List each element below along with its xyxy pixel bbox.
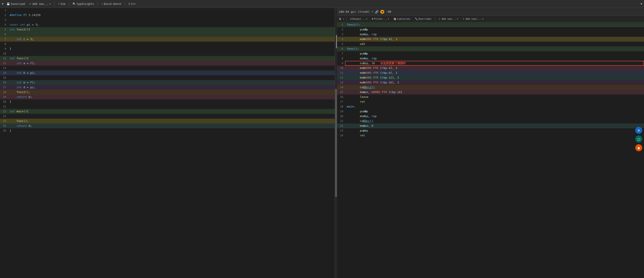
- line-content[interactable]: return d;: [8, 95, 335, 99]
- font-dropdown[interactable]: ▾: [343, 17, 344, 20]
- asm-line: 24ret: [337, 133, 644, 138]
- line-content[interactable]: int b = pi;: [8, 70, 335, 75]
- output-button[interactable]: ⚙ Output... ▾: [349, 17, 369, 21]
- cpp-insights-button[interactable]: 🔍 CppInsights: [71, 2, 95, 6]
- line-content[interactable]: [8, 75, 335, 80]
- asm-line: 5ud2: [337, 42, 644, 46]
- asm-line-number: 3: [337, 32, 345, 37]
- line-content[interactable]: [8, 51, 335, 56]
- asm-line: 16leave: [337, 95, 644, 99]
- line-content[interactable]: int c = 3;: [8, 37, 335, 42]
- code-line: 7 int c = 3;: [0, 37, 335, 42]
- line-content[interactable]: int a = PI;: [8, 61, 335, 66]
- line-content[interactable]: [8, 32, 335, 37]
- add-tool-button[interactable]: ✎ Add tool... ▾: [462, 17, 485, 21]
- asm-line: 10movDWORD PTR [rbp-4], 3: [337, 66, 644, 70]
- line-number: 8: [0, 42, 8, 46]
- asm-instruction: mov: [347, 114, 362, 119]
- asm-toolbar: x86-64 gcc (trunk) ▾ 🔗 ● -O0: [337, 8, 644, 16]
- asm-args: rbp: [363, 128, 368, 133]
- asm-line-number: 14: [337, 85, 345, 90]
- line-content[interactable]: int func(){: [8, 56, 335, 61]
- quick-bench-button[interactable]: ⚡ Quick-bench: [100, 2, 122, 6]
- libraries-icon: 📚: [394, 17, 396, 20]
- output-chevron: ▾: [366, 17, 368, 20]
- asm-line: 21callfunc(): [337, 119, 644, 124]
- asm-container: 1func2():2pushrbp3movrbp, rsp4movDWORD P…: [337, 22, 644, 138]
- cpp-button[interactable]: G C++: [127, 2, 137, 6]
- line-content[interactable]: int func2(){: [8, 27, 335, 32]
- insights-icon: 🔍: [72, 2, 76, 5]
- line-content[interactable]: }: [8, 99, 335, 104]
- line-content[interactable]: }: [8, 46, 335, 51]
- compiler-dropdown[interactable]: ▾: [372, 10, 373, 13]
- line-content[interactable]: #define PI 3.14159: [8, 13, 335, 17]
- side-button-2[interactable]: □: [635, 136, 642, 142]
- asm-instruction: mov: [347, 75, 362, 80]
- line-content[interactable]: [8, 104, 335, 109]
- asm-line: 9subrsp, 16在这里更新了栈指针: [337, 61, 644, 66]
- add-new-button[interactable]: + Add new... ▾: [28, 2, 52, 6]
- code-line: 9 }: [0, 46, 335, 51]
- more-options-arrow[interactable]: ▼: [640, 2, 642, 5]
- line-content[interactable]: int m = PI;: [8, 80, 335, 85]
- filter-chevron: ▾: [388, 17, 389, 20]
- line-content[interactable]: }: [8, 128, 335, 133]
- asm-line-content: func():: [345, 46, 644, 51]
- asm-line: 4movDWORD PTR [rbp-4], 3: [337, 37, 644, 42]
- line-content[interactable]: int d = pi;: [8, 85, 335, 90]
- asm-args: rbp: [363, 27, 368, 32]
- asm-args: DWORD PTR [rbp-8], 3: [363, 70, 398, 75]
- line-number: 3: [0, 17, 8, 22]
- line-content[interactable]: [8, 17, 335, 22]
- asm-args: DWORD PTR [rbp-4], 3: [363, 37, 398, 42]
- line-content[interactable]: [8, 66, 335, 70]
- asm-line-content: movDWORD PTR [rbp-16], 3: [345, 80, 644, 85]
- divider-1: [54, 2, 54, 6]
- asm-line-number: 9: [337, 61, 345, 66]
- side-button-3[interactable]: ●: [635, 144, 642, 151]
- asm-link[interactable]: func(): [363, 119, 373, 124]
- code-line: 19 return d;: [0, 95, 335, 99]
- side-button-1[interactable]: ≡: [635, 127, 642, 134]
- code-line: 25 return 0;: [0, 124, 335, 128]
- asm-instruction: ret: [347, 133, 362, 138]
- line-content[interactable]: const int pi = 3;: [8, 22, 335, 27]
- vim-button[interactable]: V Vim: [57, 2, 67, 6]
- asm-line-number: 12: [337, 75, 345, 80]
- code-line: 14 int b = pi;: [0, 70, 335, 75]
- asm-line-number: 18: [337, 104, 345, 109]
- dropdown-arrow-left[interactable]: ▼: [2, 2, 4, 5]
- asm-line: 17ret: [337, 99, 644, 104]
- line-number: 16: [0, 80, 8, 85]
- asm-args: DWORD PTR [rbp-12], 3: [363, 75, 399, 80]
- libraries-button[interactable]: 📚 Libraries: [392, 17, 412, 21]
- font-a-icon: A: [339, 17, 341, 21]
- code-line: 24 func();: [0, 119, 335, 124]
- line-content[interactable]: [8, 42, 335, 46]
- asm-content[interactable]: 1func2():2pushrbp3movrbp, rsp4movDWORD P…: [337, 22, 644, 278]
- line-content[interactable]: [8, 8, 335, 13]
- code-line: 18 func2();: [0, 90, 335, 95]
- asm-add-new-button[interactable]: + Add new... ▾: [437, 17, 460, 21]
- line-content[interactable]: func2();: [8, 90, 335, 95]
- asm-line-content: movrbp, rsp: [345, 56, 644, 61]
- asm-instruction: mov: [347, 70, 362, 75]
- asm-link[interactable]: func2(): [363, 85, 375, 90]
- line-content[interactable]: func();: [8, 119, 335, 124]
- line-number: 21: [0, 104, 8, 109]
- asm-line-number: 7: [337, 51, 345, 56]
- overrides-button[interactable]: 🔧 Overrides: [414, 17, 433, 21]
- filter-button[interactable]: ▼ Filter... ▾: [370, 17, 390, 21]
- asm-line-content: movDWORD PTR [rbp-4], 3: [345, 66, 644, 70]
- asm-line-content: movDWORD PTR [rbp-12], 3: [345, 75, 644, 80]
- external-link-icon[interactable]: 🔗: [375, 10, 378, 13]
- line-content[interactable]: return 0;: [8, 124, 335, 128]
- code-editor-panel[interactable]: 1 2 #define PI 3.14159 3 4 const int pi …: [0, 8, 335, 278]
- asm-instruction: push: [347, 109, 362, 114]
- middle-scrollbar[interactable]: [335, 8, 337, 278]
- save-load-button[interactable]: 💾 Save/Load: [5, 2, 26, 6]
- line-content[interactable]: int main(){: [8, 109, 335, 114]
- code-line: 13: [0, 66, 335, 70]
- line-content[interactable]: [8, 114, 335, 119]
